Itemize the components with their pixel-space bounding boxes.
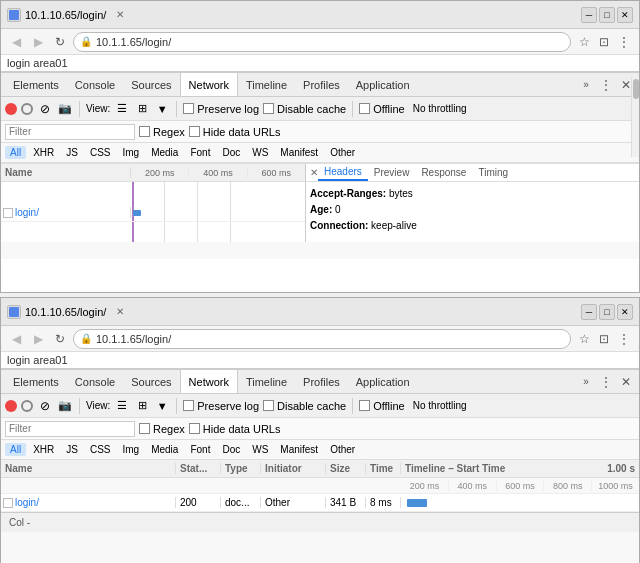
close-btn-2[interactable]: ✕ [617, 304, 633, 320]
type-tab-img-2[interactable]: Img [117, 443, 144, 456]
type-tab-doc-1[interactable]: Doc [217, 146, 245, 159]
type-tab-js-2[interactable]: JS [61, 443, 83, 456]
more-btn-2[interactable]: ⋮ [615, 330, 633, 348]
type-tab-js-1[interactable]: JS [61, 146, 83, 159]
devtools-tab-network-1[interactable]: Network [180, 73, 238, 96]
offline-cb-2[interactable] [359, 400, 370, 411]
devtools-more-1[interactable]: » [577, 76, 595, 94]
stop-btn-1[interactable] [21, 103, 33, 115]
address-bar-1[interactable]: 🔒 10.1.1.65/login/ [73, 32, 571, 52]
list-view-btn-2[interactable]: ☰ [114, 398, 130, 414]
type-tab-media-1[interactable]: Media [146, 146, 183, 159]
devtools-tab-sources-2[interactable]: Sources [123, 370, 179, 393]
type-tab-all-2[interactable]: All [5, 443, 26, 456]
back-btn-2[interactable]: ◀ [7, 330, 25, 348]
hide-data-urls-cb-1[interactable] [189, 126, 200, 137]
type-tab-xhr-1[interactable]: XHR [28, 146, 59, 159]
type-tab-css-2[interactable]: CSS [85, 443, 116, 456]
devtools-settings-1[interactable]: ⋮ [597, 76, 615, 94]
reload-btn-1[interactable]: ↻ [51, 33, 69, 51]
disable-cache-cb-1[interactable] [263, 103, 274, 114]
forward-btn-2[interactable]: ▶ [29, 330, 47, 348]
type-tab-doc-2[interactable]: Doc [217, 443, 245, 456]
camera-btn-1[interactable]: 📷 [57, 101, 73, 117]
type-tab-font-1[interactable]: Font [185, 146, 215, 159]
grid-view-btn-2[interactable]: ⊞ [134, 398, 150, 414]
filter-btn-1[interactable]: ▼ [154, 101, 170, 117]
ext-btn-2[interactable]: ⊡ [595, 330, 613, 348]
offline-cb-1[interactable] [359, 103, 370, 114]
devtools-tab-application-1[interactable]: Application [348, 73, 418, 96]
star-btn-2[interactable]: ☆ [575, 330, 593, 348]
type-tab-css-1[interactable]: CSS [85, 146, 116, 159]
type-tab-xhr-2[interactable]: XHR [28, 443, 59, 456]
more-btn-1[interactable]: ⋮ [615, 33, 633, 51]
type-tab-all-1[interactable]: All [5, 146, 26, 159]
preserve-log-cb-2[interactable] [183, 400, 194, 411]
clear-btn-2[interactable]: ⊘ [37, 398, 53, 414]
headers-tab-1[interactable]: Headers [318, 164, 368, 181]
maximize-btn-2[interactable]: □ [599, 304, 615, 320]
mark-200-2: 200 ms [401, 481, 449, 491]
type-tab-manifest-2[interactable]: Manifest [275, 443, 323, 456]
forward-btn-1[interactable]: ▶ [29, 33, 47, 51]
camera-btn-2[interactable]: 📷 [57, 398, 73, 414]
type-tab-manifest-1[interactable]: Manifest [275, 146, 323, 159]
tab-close-2[interactable]: ✕ [116, 306, 124, 317]
filter-input-1[interactable] [5, 124, 135, 140]
type-tab-other-2[interactable]: Other [325, 443, 360, 456]
devtools-tab-profiles-2[interactable]: Profiles [295, 370, 348, 393]
type-tab-other-1[interactable]: Other [325, 146, 360, 159]
minimize-btn-1[interactable]: ─ [581, 7, 597, 23]
preserve-log-cb-1[interactable] [183, 103, 194, 114]
devtools-more-2[interactable]: » [577, 373, 595, 391]
maximize-btn-1[interactable]: □ [599, 7, 615, 23]
close-btn-1[interactable]: ✕ [617, 7, 633, 23]
devtools-tab-sources-1[interactable]: Sources [123, 73, 179, 96]
close-panel-btn-1[interactable]: ✕ [310, 167, 318, 178]
devtools-tab-elements-2[interactable]: Elements [5, 370, 67, 393]
filter-input-2[interactable] [5, 421, 135, 437]
record-btn-1[interactable] [5, 103, 17, 115]
row-checkbox-1[interactable] [3, 208, 13, 218]
type-tab-ws-2[interactable]: WS [247, 443, 273, 456]
type-tab-media-2[interactable]: Media [146, 443, 183, 456]
devtools-tab-profiles-1[interactable]: Profiles [295, 73, 348, 96]
address-bar-2[interactable]: 🔒 10.1.1.65/login/ [73, 329, 571, 349]
grid-view-btn-1[interactable]: ⊞ [134, 101, 150, 117]
devtools-settings-2[interactable]: ⋮ [597, 373, 615, 391]
type-tab-font-2[interactable]: Font [185, 443, 215, 456]
stop-btn-2[interactable] [21, 400, 33, 412]
clear-btn-1[interactable]: ⊘ [37, 101, 53, 117]
response-tab-1[interactable]: Response [415, 165, 472, 180]
row-checkbox-2[interactable] [3, 498, 13, 508]
devtools-tab-application-2[interactable]: Application [348, 370, 418, 393]
col-minus-label[interactable]: Col - [9, 517, 30, 528]
regex-cb-2[interactable] [139, 423, 150, 434]
devtools-tab-console-2[interactable]: Console [67, 370, 123, 393]
record-btn-2[interactable] [5, 400, 17, 412]
timing-tab-1[interactable]: Timing [472, 165, 514, 180]
network-row-2[interactable]: login/ 200 doc... Other 341 B 8 ms [1, 494, 639, 512]
disable-cache-cb-2[interactable] [263, 400, 274, 411]
back-btn-1[interactable]: ◀ [7, 33, 25, 51]
devtools-tab-console-1[interactable]: Console [67, 73, 123, 96]
devtools-tab-elements-1[interactable]: Elements [5, 73, 67, 96]
ext-btn-1[interactable]: ⊡ [595, 33, 613, 51]
network-row-1[interactable]: login/ [1, 204, 305, 222]
minimize-btn-2[interactable]: ─ [581, 304, 597, 320]
devtools-tab-timeline-2[interactable]: Timeline [238, 370, 295, 393]
devtools-tab-network-2[interactable]: Network [180, 370, 238, 393]
devtools-close-2[interactable]: ✕ [617, 373, 635, 391]
regex-cb-1[interactable] [139, 126, 150, 137]
devtools-tab-timeline-1[interactable]: Timeline [238, 73, 295, 96]
hide-data-urls-cb-2[interactable] [189, 423, 200, 434]
list-view-btn-1[interactable]: ☰ [114, 101, 130, 117]
type-tab-img-1[interactable]: Img [117, 146, 144, 159]
preview-tab-1[interactable]: Preview [368, 165, 416, 180]
tab-close-1[interactable]: ✕ [116, 9, 124, 20]
star-btn-1[interactable]: ☆ [575, 33, 593, 51]
type-tab-ws-1[interactable]: WS [247, 146, 273, 159]
reload-btn-2[interactable]: ↻ [51, 330, 69, 348]
filter-btn-2[interactable]: ▼ [154, 398, 170, 414]
